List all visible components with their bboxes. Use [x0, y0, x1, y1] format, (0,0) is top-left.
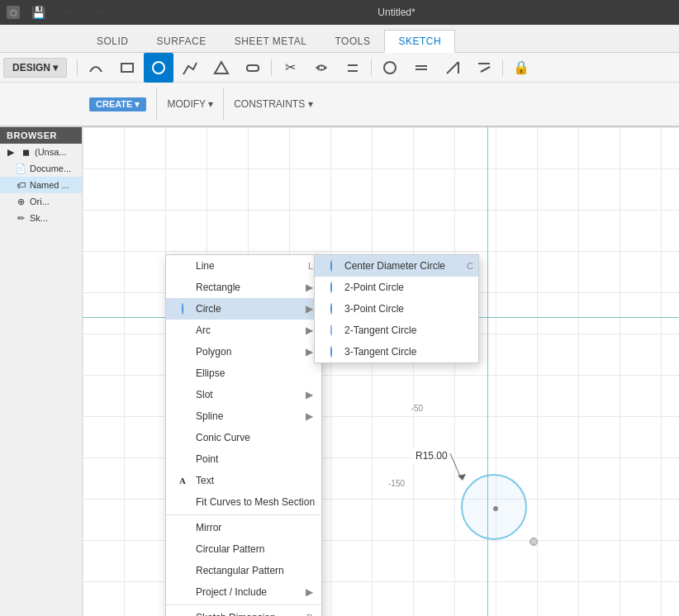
circle-tool-button[interactable] [144, 53, 173, 83]
menu-item-circular-pattern[interactable]: Circular Pattern [166, 538, 321, 560]
toolbar-sep-1 [77, 59, 78, 76]
sidebar-label-unsaved: (Unsa... [35, 147, 67, 157]
circle-submenu-item-3point[interactable]: 3-Point Circle [315, 298, 478, 320]
menu-item-line[interactable]: Line L [166, 255, 321, 277]
circle-submenu-item-3tangent[interactable]: 3-Tangent Circle [315, 341, 478, 362]
menu-item-text[interactable]: A Text [166, 470, 321, 491]
lock-tool-button[interactable]: 🔒 [506, 53, 536, 83]
menu-label-mirror: Mirror [196, 522, 221, 533]
menu-label-project-include: Project / Include [196, 586, 267, 598]
ellipse-icon [174, 367, 191, 380]
undo-button[interactable]: ↩ [56, 1, 83, 24]
menu-item-arc[interactable]: Arc ▶ [166, 320, 321, 341]
save-button[interactable]: 💾 [25, 1, 51, 24]
menu-item-spline[interactable]: Spline ▶ [166, 405, 321, 427]
menu-label-arc: Arc [196, 325, 211, 336]
menu-label-circle: Circle [196, 303, 221, 315]
angle-tool-button[interactable] [438, 53, 468, 83]
circle-submenu-shortcut-c: C [450, 261, 473, 271]
circle-submenu-label-2tangent: 2-Tangent Circle [344, 325, 416, 336]
menu-sep-1 [166, 514, 321, 515]
sidebar-item-named[interactable]: 🏷 Named ... [0, 177, 82, 193]
sidebar-item-unsaved[interactable]: ▶ ◼ (Unsa... [0, 144, 82, 160]
arc-icon [174, 324, 191, 337]
sidebar-item-sketch[interactable]: ✏ Sk... [0, 210, 82, 226]
menu-item-fit-curves[interactable]: Fit Curves to Mesh Section [166, 491, 321, 513]
menu-item-polygon[interactable]: Polygon ▶ [166, 341, 321, 362]
triangle-tool-button[interactable] [207, 53, 236, 83]
menu-item-slot[interactable]: Slot ▶ [166, 384, 321, 405]
circle-submenu-item-center-diameter[interactable]: Center Diameter Circle C [315, 255, 478, 277]
menu-label-slot: Slot [196, 389, 213, 400]
sidebar-item-origin[interactable]: ⊕ Ori... [0, 193, 82, 210]
create-arrow: ▾ [135, 99, 140, 110]
sidebar-item-document[interactable]: 📄 Docume... [0, 160, 82, 177]
menu-item-circle[interactable]: Circle ▶ [166, 298, 321, 320]
tab-surface[interactable]: SURFACE [143, 29, 221, 52]
constraints-label[interactable]: CONSTRAINTS ▾ [234, 98, 312, 110]
svg-rect-0 [121, 64, 133, 72]
text-icon: A [174, 474, 191, 487]
circle-submenu-item-2point[interactable]: 2-Point Circle [315, 277, 478, 298]
parallel-tool-button[interactable] [338, 53, 368, 83]
top-toolbar: DESIGN ▾ ✂ 🔒 [0, 53, 679, 83]
menu-item-rectangle[interactable]: Rectangle ▶ [166, 277, 321, 298]
cube-icon: ◼ [20, 146, 31, 158]
menu-label-rectangle: Rectangle [196, 282, 240, 293]
svg-point-6 [384, 62, 396, 73]
menu-label-fit-curves: Fit Curves to Mesh Section [196, 496, 315, 508]
spline-icon [174, 410, 191, 423]
svg-point-1 [153, 62, 164, 73]
polygon-icon [174, 345, 191, 358]
menu-label-conic: Conic Curve [196, 432, 250, 443]
svg-line-12 [481, 67, 490, 72]
menu-item-point[interactable]: Point [166, 448, 321, 470]
2tangent-circle-icon [323, 324, 340, 337]
canvas-axis-vertical [487, 127, 488, 616]
tab-sheet-metal[interactable]: SHEET METAL [221, 29, 321, 52]
redo-button[interactable]: ↪ [88, 1, 114, 24]
2point-circle-icon [323, 281, 340, 294]
menu-item-conic[interactable]: Conic Curve [166, 427, 321, 448]
rectangle-tool-button[interactable] [112, 53, 142, 83]
create-group-button[interactable]: CREATE ▾ [89, 97, 146, 111]
slot-tool-button[interactable] [238, 53, 268, 83]
equal-tool-button[interactable] [406, 53, 436, 83]
menu-label-polygon: Polygon [196, 346, 231, 358]
main-layout: BROWSER ▶ ◼ (Unsa... 📄 Docume... 🏷 Named… [0, 127, 679, 616]
radius-label: R15.00 [413, 449, 450, 462]
offset-tool-button[interactable] [306, 53, 336, 83]
sidebar-label-sketch: Sk... [30, 213, 48, 223]
tab-sketch[interactable]: SKETCH [384, 30, 455, 53]
sidebar-label-document: Docume... [30, 163, 71, 173]
design-button[interactable]: DESIGN ▾ [3, 58, 67, 78]
canvas-area[interactable]: -100 -50 -150 -100 -50 R15.00 Line L [83, 127, 679, 616]
menu-item-mirror[interactable]: Mirror [166, 517, 321, 538]
trim-tool-button[interactable]: ✂ [275, 53, 305, 83]
menu-label-ellipse: Ellipse [196, 367, 225, 379]
menu-item-project-include[interactable]: Project / Include ▶ [166, 581, 321, 603]
circle-submenu-item-2tangent[interactable]: 2-Tangent Circle [315, 320, 478, 341]
doc-icon: 📄 [15, 163, 26, 174]
sidebar: BROWSER ▶ ◼ (Unsa... 📄 Docume... 🏷 Named… [0, 127, 83, 616]
svg-line-9 [447, 62, 458, 73]
circle-submenu-arrow: ▶ [306, 303, 313, 315]
parallel-constraint-button[interactable] [469, 53, 499, 83]
arc-tool-button[interactable] [81, 53, 111, 83]
svg-marker-2 [215, 62, 228, 73]
line-tool-button[interactable] [175, 53, 205, 83]
tab-tools[interactable]: TOOLS [321, 29, 384, 52]
rectangular-pattern-icon [174, 564, 191, 577]
menu-sep-2 [166, 604, 321, 605]
sidebar-label-origin: Ori... [30, 197, 50, 206]
big-circle-tool-button[interactable] [375, 53, 405, 83]
modify-label[interactable]: MODIFY ▾ [167, 98, 213, 110]
fit-curves-icon [174, 495, 191, 509]
menu-item-ellipse[interactable]: Ellipse [166, 362, 321, 384]
tab-solid[interactable]: SOLID [83, 29, 143, 52]
menu-item-rectangular-pattern[interactable]: Rectangular Pattern [166, 560, 321, 581]
slot-icon [174, 388, 191, 401]
toolbar-sep-4 [502, 59, 503, 76]
3point-circle-icon [323, 302, 340, 315]
menu-item-sketch-dimension[interactable]: Sketch Dimension D [166, 607, 321, 616]
